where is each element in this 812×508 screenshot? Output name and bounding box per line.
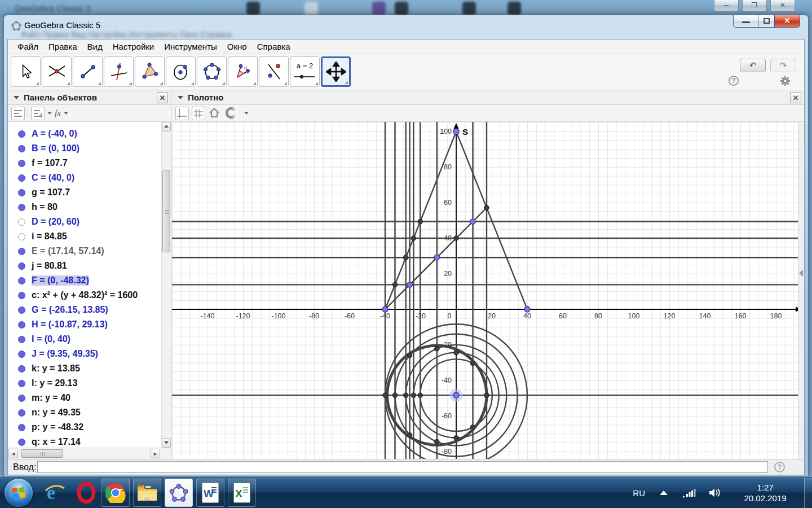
visibility-bullet[interactable] [18, 395, 25, 402]
algebra-vertical-scrollbar[interactable] [161, 122, 171, 448]
hidden-icons-arrow[interactable] [660, 491, 668, 495]
taskbar-word-icon[interactable]: W [196, 479, 224, 507]
tool-move[interactable] [11, 56, 41, 87]
algebra-object-row[interactable]: h = 80 [8, 200, 161, 214]
background-minimize-button[interactable]: ─ [714, 0, 739, 12]
algebra-object-row[interactable]: j = 80.81 [8, 259, 161, 273]
visibility-bullet[interactable] [18, 204, 25, 211]
visibility-bullet[interactable] [18, 277, 25, 284]
taskbar-chrome-icon[interactable] [102, 479, 130, 507]
scroll-right-button[interactable]: ► [151, 449, 160, 458]
algebra-object-row[interactable]: A = (-40, 0) [8, 126, 161, 141]
gear-icon[interactable] [780, 76, 791, 86]
input-help-icon[interactable]: ? [774, 462, 785, 472]
vertical-scroll-thumb[interactable] [162, 170, 170, 252]
visibility-bullet[interactable] [18, 306, 25, 314]
default-view-button[interactable] [208, 107, 222, 120]
visibility-bullet[interactable] [18, 380, 25, 387]
algebra-object-row[interactable]: F = (0, -48.32) [8, 273, 161, 288]
scroll-left-button[interactable]: ◄ [8, 449, 18, 458]
visibility-bullet[interactable] [18, 130, 25, 138]
taskbar-opera-icon[interactable] [72, 479, 100, 507]
maximize-button[interactable] [758, 15, 775, 28]
horizontal-scroll-thumb[interactable] [21, 449, 63, 458]
tool-segment[interactable] [73, 56, 103, 87]
algebra-object-row[interactable]: p: y = -48.32 [8, 420, 161, 435]
algebra-object-row[interactable]: I = (0, 40) [8, 332, 161, 347]
algebra-close-button[interactable]: ✕ [157, 92, 168, 103]
visibility-bullet[interactable] [18, 248, 25, 255]
menu-file[interactable]: Файл [12, 40, 43, 54]
tool-angle[interactable]: α [228, 56, 258, 87]
redo-button[interactable]: ↷ [770, 59, 796, 72]
tool-reflect-object[interactable] [259, 56, 289, 87]
auxiliary-objects-button[interactable] [11, 107, 25, 120]
start-button[interactable] [5, 479, 33, 507]
algebra-object-row[interactable]: m: y = 40 [8, 391, 161, 405]
visibility-bullet[interactable] [18, 321, 25, 329]
tool-perpendicular-line[interactable] [104, 56, 134, 87]
tool-dropdown-arrow[interactable] [36, 82, 39, 85]
visibility-bullet[interactable] [18, 336, 25, 343]
close-button[interactable]: ✕ [774, 15, 800, 28]
minimize-button[interactable] [733, 15, 758, 28]
visibility-bullet[interactable] [18, 160, 25, 167]
algebra-object-row[interactable]: D = (20, 60) [8, 214, 161, 229]
collapse-panel-arrow[interactable] [799, 270, 803, 277]
menu-edit[interactable]: Правка [43, 40, 82, 54]
tool-conic-five-points[interactable] [197, 56, 227, 87]
algebra-object-row[interactable]: B = (0, 100) [8, 141, 161, 156]
tool-intersect-point[interactable] [42, 56, 72, 87]
tool-dropdown-arrow[interactable] [98, 82, 101, 85]
taskbar-geogebra-icon[interactable] [165, 479, 193, 507]
tool-circle-center-point[interactable] [166, 56, 196, 87]
graphics-canvas[interactable]: -140 -120 -100 -80 -60 -40 -20 0 20 40 6 [172, 122, 804, 459]
tool-dropdown-arrow[interactable] [253, 82, 256, 85]
language-indicator[interactable]: RU [633, 488, 645, 498]
tool-dropdown-arrow[interactable] [67, 82, 70, 85]
visibility-bullet[interactable] [18, 351, 25, 358]
menu-settings[interactable]: Настройки [108, 40, 160, 54]
menu-window[interactable]: Окно [222, 40, 252, 54]
fx-filter-icon[interactable]: fx [55, 108, 61, 118]
algebra-object-row[interactable]: k: y = 13.85 [8, 361, 161, 376]
graphics-close-button[interactable]: ✕ [790, 92, 801, 103]
visibility-bullet[interactable] [18, 292, 25, 299]
algebra-object-row[interactable]: l: y = 29.13 [8, 376, 161, 391]
algebra-object-row[interactable]: f = 107.7 [8, 156, 161, 170]
tool-dropdown-arrow[interactable] [315, 82, 318, 85]
algebra-object-row[interactable]: H = (-10.87, 29.13) [8, 317, 161, 332]
menu-view[interactable]: Вид [82, 40, 108, 54]
point-capturing-magnet-icon[interactable] [224, 107, 241, 120]
algebra-object-row[interactable]: E = (17.14, 57.14) [8, 244, 161, 259]
visibility-bullet[interactable] [18, 174, 25, 182]
algebra-object-row[interactable]: C = (40, 0) [8, 170, 161, 185]
algebra-horizontal-scrollbar[interactable]: ◄ ► [8, 448, 171, 459]
algebra-object-row[interactable]: n: y = 49.35 [8, 405, 161, 420]
command-input[interactable] [37, 461, 768, 473]
taskbar-ie-icon[interactable]: e [41, 479, 69, 507]
visibility-bullet[interactable] [18, 145, 25, 152]
panel-menu-icon[interactable] [178, 96, 183, 99]
taskbar-excel-icon[interactable]: X [228, 479, 256, 507]
scroll-down-button[interactable] [162, 438, 171, 448]
volume-icon[interactable] [708, 487, 723, 499]
visibility-bullet[interactable] [18, 439, 25, 446]
help-icon[interactable]: ? [729, 76, 739, 86]
visibility-bullet[interactable] [18, 262, 25, 270]
menu-tools[interactable]: Инструменты [159, 40, 222, 54]
algebra-object-row[interactable]: q: x = 17.14 [8, 435, 161, 448]
algebra-object-row[interactable]: i = 84.85 [8, 229, 161, 244]
tool-polygon[interactable] [135, 56, 165, 87]
show-desktop-button[interactable] [804, 478, 812, 508]
scroll-up-button[interactable] [162, 122, 171, 132]
tool-dropdown-arrow[interactable] [284, 82, 287, 85]
fx-dropdown-icon[interactable] [64, 112, 68, 115]
taskbar-explorer-icon[interactable] [133, 479, 161, 507]
undo-button[interactable]: ↶ [740, 59, 766, 72]
visibility-bullet[interactable] [18, 233, 25, 240]
visibility-bullet[interactable] [18, 424, 25, 431]
tool-dropdown-arrow[interactable] [345, 81, 348, 84]
background-maximize-button[interactable]: ❒ [742, 0, 767, 12]
network-icon[interactable] [682, 487, 696, 498]
